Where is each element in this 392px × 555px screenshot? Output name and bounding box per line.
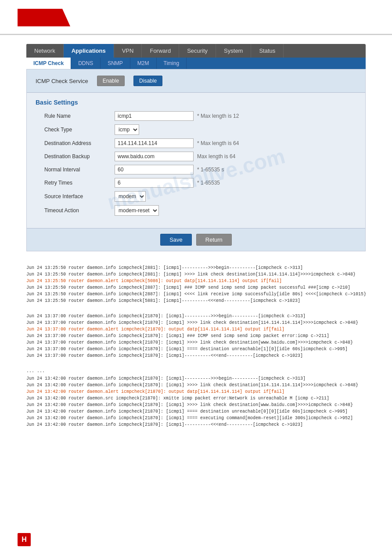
header-logo <box>18 9 70 26</box>
nav-tabs: Network Applications VPN Forward Securit… <box>26 44 366 58</box>
log-line-alert: Jun 24 13:37:00 router daemon.alert icmp… <box>26 326 366 333</box>
log-line: Jun 24 13:25:50 router daemon.info icmpc… <box>26 284 366 291</box>
form-row-rule-name: Rule Name * Max length is 12 <box>36 111 356 121</box>
hint-retry-times: * 1-65535 <box>197 180 220 186</box>
log-line: Jun 24 13:42:00 router daemon.info icmpc… <box>26 382 366 388</box>
footer: H <box>18 533 31 546</box>
tab-forward[interactable]: Forward <box>142 44 179 58</box>
log-line: Jun 24 13:42:00 router daemon.info icmpc… <box>26 415 366 421</box>
select-source-interface[interactable]: modem <box>115 191 146 202</box>
button-row: Save Return <box>27 228 365 251</box>
input-rule-name[interactable] <box>115 111 194 121</box>
tab-security[interactable]: Security <box>179 44 216 58</box>
input-normal-interval[interactable] <box>115 165 194 174</box>
log-section: Jun 24 13:25:50 router daemon.info icmpc… <box>26 265 366 428</box>
log-line: Jun 24 13:42:00 router daemon.src icmpch… <box>26 395 366 402</box>
log-line: Jun 24 13:25:50 router daemon.info icmpc… <box>26 297 366 304</box>
log-line: Jun 24 13:37:00 router daemon.info icmpc… <box>26 352 366 359</box>
label-dest-address: Destination Address <box>44 140 115 146</box>
form-row-dest-backup: Destination Backup Max length is 64 <box>36 152 356 161</box>
label-normal-interval: Normal Interval <box>44 167 115 173</box>
hint-dest-address: * Max length is 64 <box>197 140 239 146</box>
page-wrapper: manualshlive.com Network Applications VP… <box>0 0 392 555</box>
label-retry-times: Retry Times <box>44 180 115 186</box>
select-timeout-action[interactable]: modem-reset <box>115 205 159 216</box>
label-check-type: Check Type <box>44 127 115 133</box>
form-row-retry-times: Retry Times * 1-65535 <box>36 178 356 188</box>
section-title: Basic Settings <box>36 99 356 106</box>
select-check-type[interactable]: icmp <box>115 124 139 135</box>
sub-tab-m2m[interactable]: M2M <box>130 58 157 69</box>
form-row-check-type: Check Type icmp <box>36 124 356 135</box>
log-line-alert: Jun 24 13:25:50 router daemon.alert icmp… <box>26 278 366 284</box>
input-dest-address[interactable] <box>115 138 194 148</box>
log-line: Jun 24 13:42:00 router daemon.info icmpc… <box>26 408 366 415</box>
tab-vpn[interactable]: VPN <box>114 44 142 58</box>
service-row: ICMP Check Service Enable Disable <box>27 69 365 93</box>
log-line: Jun 24 13:37:00 router daemon.info icmpc… <box>26 313 366 319</box>
sub-tab-icmp-check[interactable]: ICMP Check <box>26 58 71 69</box>
enable-button[interactable]: Enable <box>97 76 125 86</box>
log-line: Jun 24 13:42:00 router daemon.info icmpc… <box>26 421 366 428</box>
hint-normal-interval: * 1-65535 s <box>197 167 224 173</box>
form-row-normal-interval: Normal Interval * 1-65535 s <box>36 165 356 174</box>
tab-network[interactable]: Network <box>26 44 64 58</box>
log-line: Jun 24 13:37:00 router daemon.info icmpc… <box>26 339 366 346</box>
hint-dest-backup: Max length is 64 <box>197 153 235 160</box>
log-line: Jun 24 13:37:00 router daemon.info icmpc… <box>26 346 366 352</box>
tab-applications[interactable]: Applications <box>64 44 114 58</box>
disable-button[interactable]: Disable <box>133 76 162 86</box>
settings-section: Basic Settings Rule Name * Max length is… <box>27 93 365 228</box>
label-source-interface: Source Interface <box>44 193 115 200</box>
log-line: Jun 24 13:25:50 router daemon.info icmpc… <box>26 265 366 271</box>
return-button[interactable]: Return <box>196 234 232 246</box>
log-line: Jun 24 13:42:00 router daemon.info icmpc… <box>26 375 366 382</box>
footer-logo: H <box>18 533 31 546</box>
content-panel: ICMP Check Service Enable Disable Basic … <box>26 69 366 251</box>
input-retry-times[interactable] <box>115 178 194 188</box>
header-bar <box>0 0 392 35</box>
form-row-timeout-action: Timeout Action modem-reset <box>36 205 356 216</box>
header-line <box>0 34 392 35</box>
service-label: ICMP Check Service <box>36 78 88 84</box>
sub-tab-timing[interactable]: Timing <box>157 58 187 69</box>
form-row-dest-address: Destination Address * Max length is 64 <box>36 138 356 148</box>
hint-rule-name: * Max length is 12 <box>197 113 239 119</box>
log-line: Jun 24 13:37:00 router daemon.info icmpc… <box>26 319 366 326</box>
log-block-3: Jun 24 13:42:00 router daemon.info icmpc… <box>26 375 366 428</box>
label-dest-backup: Destination Backup <box>44 153 115 160</box>
log-line-alert: Jun 24 13:42:00 router daemon.alert icmp… <box>26 388 366 395</box>
log-line: Jun 24 13:37:00 router daemon.info icmpc… <box>26 333 366 339</box>
label-rule-name: Rule Name <box>44 113 115 119</box>
label-timeout-action: Timeout Action <box>44 207 115 214</box>
tab-system[interactable]: System <box>216 44 251 58</box>
log-dots: ... ... <box>26 368 366 374</box>
main-content: Network Applications VPN Forward Securit… <box>0 35 392 446</box>
form-row-source-interface: Source Interface modem <box>36 191 356 202</box>
sub-tab-snmp[interactable]: SNMP <box>101 58 130 69</box>
log-block-2: Jun 24 13:37:00 router daemon.info icmpc… <box>26 313 366 359</box>
log-line: Jun 24 13:25:50 router daemon.info icmpc… <box>26 291 366 297</box>
save-button[interactable]: Save <box>160 234 192 246</box>
sub-tab-ddns[interactable]: DDNS <box>71 58 101 69</box>
input-dest-backup[interactable] <box>115 152 194 161</box>
tab-status[interactable]: Status <box>251 44 284 58</box>
sub-nav-tabs: ICMP Check DDNS SNMP M2M Timing <box>26 58 366 69</box>
log-line: Jun 24 13:42:00 router daemon.info icmpc… <box>26 402 366 408</box>
log-block-1: Jun 24 13:25:50 router daemon.info icmpc… <box>26 265 366 304</box>
log-line: Jun 24 13:25:50 router daemon.info icmpc… <box>26 271 366 278</box>
